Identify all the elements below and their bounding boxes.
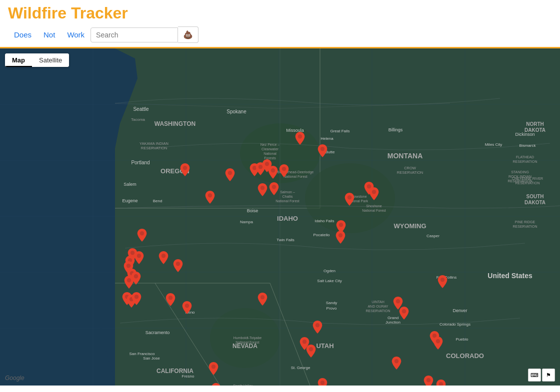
fire-marker[interactable]: [318, 144, 328, 157]
svg-point-121: [320, 147, 324, 151]
svg-text:Shoshone: Shoshone: [366, 204, 382, 208]
nav-does[interactable]: Does: [8, 28, 38, 41]
svg-text:DAKOTA: DAKOTA: [524, 127, 546, 133]
svg-text:Colorado Springs: Colorado Springs: [440, 322, 470, 327]
svg-text:Salmon –: Salmon –: [280, 190, 295, 194]
svg-text:Provo: Provo: [326, 306, 337, 311]
svg-text:Nez Perce –: Nez Perce –: [260, 143, 280, 146]
svg-text:San Francisco: San Francisco: [129, 352, 155, 356]
fire-marker[interactable]: [436, 380, 446, 386]
svg-text:Bakersfield: Bakersfield: [188, 385, 208, 386]
svg-text:FLATHEAD: FLATHEAD: [516, 155, 534, 159]
svg-point-119: [272, 185, 276, 189]
svg-point-153: [212, 365, 216, 369]
svg-text:CHEYENNE RIVER: CHEYENNE RIVER: [512, 177, 543, 180]
svg-text:National Forest: National Forest: [236, 341, 260, 344]
fire-marker[interactable]: [424, 376, 434, 386]
svg-point-123: [348, 195, 352, 199]
fire-marker[interactable]: [225, 168, 235, 181]
svg-point-137: [176, 262, 180, 266]
fire-marker[interactable]: [369, 187, 379, 200]
nav-work[interactable]: Work: [61, 28, 90, 41]
svg-text:RESERVATION: RESERVATION: [366, 309, 390, 313]
map-view-button[interactable]: Map: [5, 53, 32, 67]
svg-text:SOUTH: SOUTH: [526, 194, 544, 199]
svg-text:RESERVATION: RESERVATION: [141, 146, 168, 150]
fire-marker[interactable]: [312, 321, 322, 334]
fire-marker[interactable]: [208, 362, 218, 375]
svg-text:Helena: Helena: [320, 136, 334, 141]
fire-marker[interactable]: [336, 231, 346, 244]
satellite-view-button[interactable]: Satellite: [32, 53, 69, 67]
svg-point-136: [162, 254, 166, 258]
svg-text:RESERVATION: RESERVATION: [397, 170, 424, 175]
fire-marker[interactable]: [306, 345, 316, 358]
fire-marker[interactable]: [344, 193, 354, 206]
svg-text:RESERVATION: RESERVATION: [515, 181, 540, 185]
svg-text:National Forest: National Forest: [362, 209, 386, 212]
svg-point-160: [436, 339, 440, 343]
fire-marker[interactable]: [392, 357, 402, 370]
fire-marker[interactable]: [180, 163, 190, 176]
svg-point-157: [394, 359, 398, 363]
svg-text:STANDING: STANDING: [511, 170, 529, 174]
fire-marker[interactable]: [399, 307, 409, 320]
fire-marker[interactable]: [433, 337, 443, 350]
report-button[interactable]: ⚑: [542, 369, 555, 382]
google-watermark: Google: [5, 375, 24, 382]
svg-point-135: [127, 278, 131, 282]
fire-marker[interactable]: [279, 164, 289, 177]
svg-point-128: [140, 231, 144, 235]
svg-point-143: [260, 295, 264, 299]
fire-marker[interactable]: [205, 191, 215, 204]
svg-point-147: [320, 381, 324, 385]
svg-text:Salem: Salem: [124, 182, 136, 187]
svg-point-112: [183, 166, 187, 170]
fire-marker[interactable]: [258, 183, 268, 196]
nav-not[interactable]: Not: [38, 28, 61, 41]
fire-marker[interactable]: [268, 166, 278, 179]
fire-marker[interactable]: [182, 301, 192, 314]
fire-marker[interactable]: [137, 229, 147, 242]
svg-text:Bend: Bend: [153, 199, 162, 203]
svg-point-144: [302, 340, 306, 344]
fire-marker[interactable]: [158, 251, 168, 264]
svg-text:CROW: CROW: [404, 166, 416, 170]
svg-text:Pocatello: Pocatello: [314, 233, 330, 237]
svg-point-162: [426, 378, 430, 382]
svg-text:UINTAH: UINTAH: [372, 300, 384, 304]
svg-text:Great Falls: Great Falls: [330, 129, 350, 133]
fire-marker[interactable]: [269, 182, 279, 195]
svg-text:San Jose: San Jose: [143, 356, 160, 361]
svg-text:WASHINGTON: WASHINGTON: [154, 120, 196, 127]
fire-marker[interactable]: [318, 378, 328, 386]
fire-marker[interactable]: [134, 251, 144, 264]
svg-point-161: [440, 278, 444, 282]
svg-text:PINE RIDGE: PINE RIDGE: [515, 220, 536, 224]
fire-marker[interactable]: [258, 293, 268, 306]
svg-point-120: [298, 134, 302, 138]
search-button[interactable]: 💩: [178, 26, 198, 43]
keyboard-shortcut-button[interactable]: ⌨: [528, 369, 541, 382]
fire-marker[interactable]: [166, 293, 176, 306]
fire-marker[interactable]: [211, 383, 221, 386]
fire-marker[interactable]: [438, 275, 448, 288]
map-toggle: Map Satellite: [5, 53, 69, 67]
svg-text:National Forest: National Forest: [276, 199, 300, 203]
fire-marker[interactable]: [295, 132, 305, 145]
fire-marker[interactable]: [124, 276, 134, 289]
fire-marker[interactable]: [132, 292, 142, 305]
svg-text:Salt Lake City: Salt Lake City: [317, 279, 342, 283]
fire-marker[interactable]: [173, 259, 183, 272]
google-logo: Google: [5, 375, 24, 382]
svg-point-118: [282, 167, 286, 171]
svg-text:Billings: Billings: [388, 127, 403, 132]
svg-text:Clearwater: Clearwater: [262, 147, 279, 151]
search-input[interactable]: [90, 27, 178, 42]
svg-point-146: [316, 323, 320, 327]
svg-text:Challis: Challis: [282, 195, 293, 198]
svg-text:AND OURAY: AND OURAY: [368, 305, 388, 308]
svg-text:Sandy: Sandy: [326, 301, 338, 305]
svg-text:IDAHO: IDAHO: [277, 215, 298, 222]
svg-text:Portland: Portland: [131, 160, 150, 165]
